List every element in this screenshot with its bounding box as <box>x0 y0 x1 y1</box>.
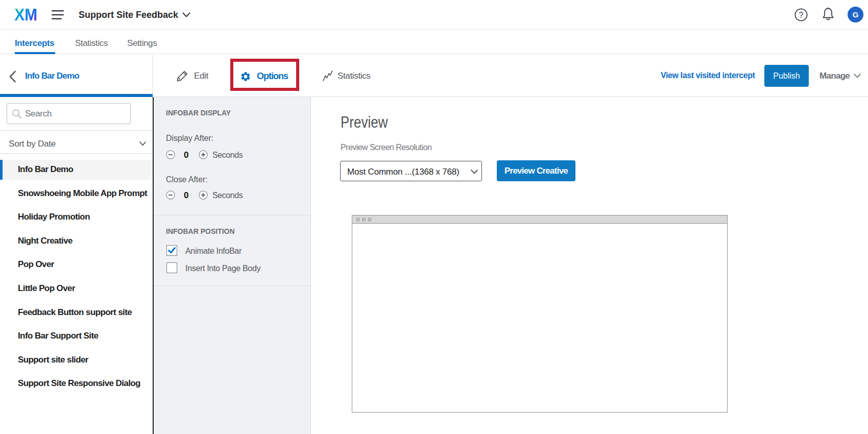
svg-text:XM: XM <box>14 7 37 22</box>
svg-text:?: ? <box>799 11 804 19</box>
